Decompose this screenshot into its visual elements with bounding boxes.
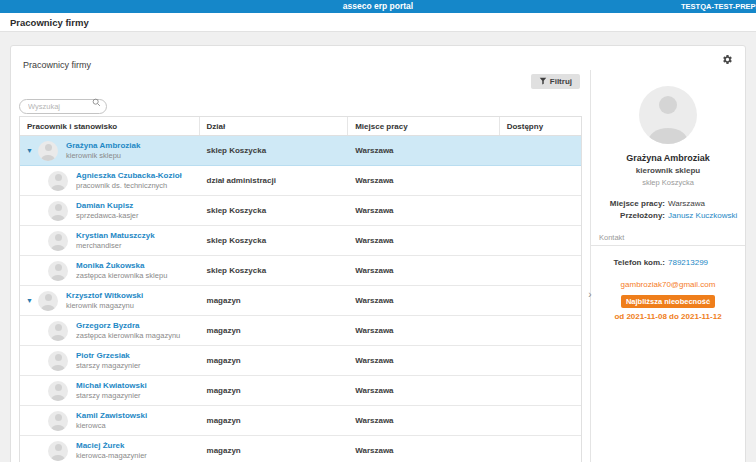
available-cell [500, 346, 581, 375]
employee-name-link[interactable]: Maciej Żurek [76, 441, 147, 451]
employee-position: kierownik magazynu [66, 301, 143, 310]
breadcrumb: Pracownicy firmy [10, 17, 89, 28]
department-cell: sklep Koszycka [200, 226, 349, 255]
table-body: ▼Grażyna Ambroziakkierownik sklepusklep … [20, 136, 581, 462]
avatar [48, 171, 68, 191]
employee-cell: Agnieszka Czubacka-Koziołpracownik ds. t… [20, 166, 200, 195]
filter-button[interactable]: Filtruj [531, 74, 580, 89]
employee-position: starszy magazynier [76, 361, 141, 370]
employee-cell: Grzegorz Byzdrazastępca kierownika magaz… [20, 316, 200, 345]
avatar [48, 201, 68, 221]
department-cell: dział administracji [200, 166, 349, 195]
email-link[interactable]: gambroziak70@gmail.com [591, 280, 745, 289]
employee-cell: Maciej Żurekkierowca-magazynier [20, 436, 200, 462]
department-cell: magazyn [200, 316, 349, 345]
column-header: Miejsce pracy [348, 117, 499, 135]
search-icon [92, 98, 101, 107]
employee-name-link[interactable]: Grażyna Ambroziak [66, 141, 140, 151]
employee-position: sprzedawca-kasjer [76, 211, 139, 220]
location-cell: Warszawa [348, 436, 499, 462]
filter-button-label: Filtruj [550, 77, 572, 86]
employee-name-link[interactable]: Damian Kupisz [76, 201, 139, 211]
department-cell: magazyn [200, 406, 349, 435]
table-row[interactable]: ▼Krzysztof Witkowskikierownik magazynuma… [20, 286, 581, 316]
environment-label: TESTQA-TEST-PREPR [681, 0, 756, 13]
employee-cell: ▼Grażyna Ambroziakkierownik sklepu [20, 136, 200, 165]
available-cell [500, 286, 581, 315]
employee-position: kierownik sklepu [66, 151, 140, 160]
avatar [48, 351, 68, 371]
employee-position: kierowca [76, 421, 147, 430]
search-row [19, 92, 582, 112]
panel-expander-chevron[interactable]: › [585, 288, 595, 302]
employee-cell: ▼Krzysztof Witkowskikierownik magazynu [20, 286, 200, 315]
employee-cell: Michał Kwiatowskistarszy magazynier [20, 376, 200, 405]
detail-facts: Miejsce pracy: Warszawa Przełożony: Janu… [591, 199, 745, 221]
available-cell [500, 226, 581, 255]
workplace-value: Warszawa [668, 199, 745, 209]
employee-cell: Krystian Matuszczykmerchandiser [20, 226, 200, 255]
location-cell: Warszawa [348, 256, 499, 285]
location-cell: Warszawa [348, 286, 499, 315]
gear-icon[interactable] [722, 54, 733, 65]
table-row[interactable]: Piotr Grzesiakstarszy magazyniermagazynW… [20, 346, 581, 376]
table-row[interactable]: ▼Grażyna Ambroziakkierownik sklepusklep … [20, 136, 581, 166]
employee-position: zastępca kierownika sklepu [76, 271, 167, 280]
department-cell: magazyn [200, 346, 349, 375]
employee-position: kierowca-magazynier [76, 451, 147, 460]
contact-section-label: Kontakt [591, 233, 745, 246]
table-row[interactable]: Damian Kupiszsprzedawca-kasjersklep Kosz… [20, 196, 581, 226]
location-cell: Warszawa [348, 316, 499, 345]
supervisor-link[interactable]: Janusz Kuczkowski [668, 211, 745, 221]
location-cell: Warszawa [348, 376, 499, 405]
department-cell: magazyn [200, 376, 349, 405]
employee-position: starszy magazynier [76, 391, 147, 400]
card-title: Pracownicy firmy [23, 60, 91, 70]
workplace-label: Miejsce pracy: [591, 199, 668, 209]
location-cell: Warszawa [348, 136, 499, 165]
detail-department: sklep Koszycka [591, 178, 745, 187]
department-cell: sklep Koszycka [200, 256, 349, 285]
employees-card: Pracownicy firmy Filtruj [10, 45, 746, 462]
employee-list-section: Filtruj Pracownik i stanowiskoDziałMiejs… [11, 70, 591, 462]
phone-link[interactable]: 789213299 [668, 258, 745, 268]
location-cell: Warszawa [348, 346, 499, 375]
absence-dates: od 2021-11-08 do 2021-11-12 [591, 312, 745, 321]
employee-name-link[interactable]: Agnieszka Czubacka-Kozioł [76, 171, 182, 181]
employee-name-link[interactable]: Piotr Grzesiak [76, 351, 141, 361]
employee-cell: Monika Żukowskazastępca kierownika sklep… [20, 256, 200, 285]
table-row[interactable]: Agnieszka Czubacka-Koziołpracownik ds. t… [20, 166, 581, 196]
card-header: Pracownicy firmy [11, 46, 745, 70]
available-cell [500, 166, 581, 195]
employee-name-link[interactable]: Kamil Zawistowski [76, 411, 147, 421]
absence-badge: Najbliższa nieobecność [621, 295, 715, 308]
department-cell: sklep Koszycka [200, 196, 349, 225]
employee-name-link[interactable]: Krystian Matuszczyk [76, 231, 155, 241]
chevron-down-icon[interactable]: ▼ [26, 297, 38, 304]
department-cell: magazyn [200, 286, 349, 315]
location-cell: Warszawa [348, 166, 499, 195]
table-row[interactable]: Krystian Matuszczykmerchandisersklep Kos… [20, 226, 581, 256]
column-header: Dostępny [500, 117, 581, 135]
table-row[interactable]: Michał Kwiatowskistarszy magazyniermagaz… [20, 376, 581, 406]
employee-name-link[interactable]: Monika Żukowska [76, 261, 167, 271]
available-cell [500, 136, 581, 165]
column-header: Dział [200, 117, 349, 135]
table-row[interactable]: Kamil ZawistowskikierowcamagazynWarszawa [20, 406, 581, 436]
employee-name-link[interactable]: Grzegorz Byzdra [76, 321, 180, 331]
table-row[interactable]: Monika Żukowskazastępca kierownika sklep… [20, 256, 581, 286]
avatar [48, 261, 68, 281]
avatar [639, 86, 697, 144]
available-cell [500, 436, 581, 462]
table-row[interactable]: Maciej Żurekkierowca-magazyniermagazynWa… [20, 436, 581, 462]
available-cell [500, 376, 581, 405]
employee-name-link[interactable]: Krzysztof Witkowski [66, 291, 143, 301]
supervisor-label: Przełożony: [591, 211, 668, 221]
table-header-row: Pracownik i stanowiskoDziałMiejsce pracy… [20, 117, 581, 136]
employee-name-link[interactable]: Michał Kwiatowski [76, 381, 147, 391]
employee-position: pracownik ds. technicznych [76, 181, 182, 190]
table-row[interactable]: Grzegorz Byzdrazastępca kierownika magaz… [20, 316, 581, 346]
employee-detail-panel: Grażyna Ambroziak kierownik sklepu sklep… [591, 70, 745, 462]
chevron-down-icon[interactable]: ▼ [26, 147, 38, 154]
avatar [38, 141, 58, 161]
